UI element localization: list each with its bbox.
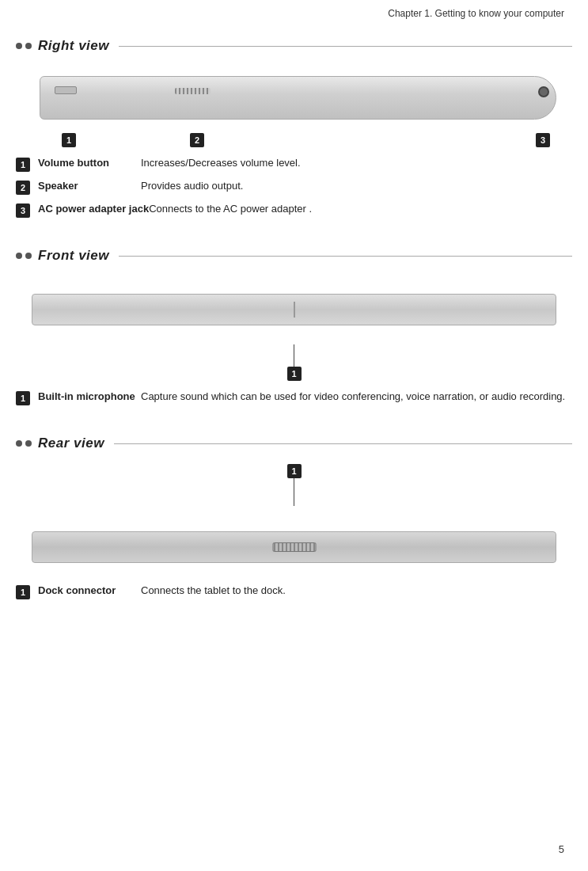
feature-desc-mic: Capture sound which can be used for vide… [141,390,572,402]
feature-desc-speaker: Provides audio output. [141,180,572,192]
callout-1-front: 1 [287,367,302,381]
feature-name-speaker: Speaker [38,180,141,192]
chapter-title: Chapter 1. Getting to know your computer [388,8,564,19]
front-view-diagram: 1 [24,278,564,381]
callout-2-right: 2 [190,133,204,147]
callout-1-rear: 1 [287,464,302,478]
feature-badge-dock: 1 [16,585,30,599]
right-view-feature-list: 1 Volume button Increases/Decreases volu… [16,155,572,219]
ac-jack-visual [538,86,549,97]
section-dots-front [16,253,32,259]
feature-badge-3: 3 [16,203,30,218]
dot3 [16,253,22,259]
callout-line-rear [294,478,294,506]
feature-name-ac: AC power adapter jack [38,203,149,215]
feature-name-mic: Built-in microphone [38,390,141,402]
speaker-grille-visual [175,88,211,94]
rear-view-diagram: 1 [24,464,564,575]
tablet-rear-visual [32,531,556,563]
front-view-feature-list: 1 Built-in microphone Capture sound whic… [16,389,572,407]
feature-row-dock: 1 Dock connector Connects the tablet to … [16,583,572,601]
callout-1-right: 1 [62,133,76,147]
rear-view-feature-list: 1 Dock connector Connects the tablet to … [16,583,572,601]
front-view-section-heading: Front view [16,248,572,264]
section-dots [16,43,32,49]
feature-badge-2: 2 [16,181,30,195]
feature-name-dock: Dock connector [38,584,141,596]
feature-badge-1: 1 [16,158,30,172]
page-number: 5 [559,843,564,855]
section-divider-rear [114,443,572,444]
dot6 [25,440,32,447]
dot1 [16,43,22,49]
dock-connector-visual [272,542,316,552]
feature-badge-mic: 1 [16,391,30,405]
dot2 [25,43,32,49]
feature-row-speaker: 2 Speaker Provides audio output. [16,178,572,196]
feature-name-volume: Volume button [38,157,141,169]
section-divider-front [119,256,572,257]
mic-slot-visual [294,302,295,318]
right-view-title: Right view [38,38,109,54]
feature-row-mic: 1 Built-in microphone Capture sound whic… [16,389,572,407]
right-view-diagram: 1 2 3 [24,68,564,147]
feature-row-volume: 1 Volume button Increases/Decreases volu… [16,155,572,173]
feature-desc-ac: Connects to the AC power adapter . [149,203,572,215]
dot4 [25,253,32,259]
tablet-side-right [40,76,556,120]
section-dots-rear [16,440,32,447]
rear-view-title: Rear view [38,436,104,451]
section-divider [119,46,572,47]
rear-view-section-heading: Rear view [16,436,572,451]
dot5 [16,440,22,447]
feature-row-ac: 3 AC power adapter jack Connects to the … [16,201,572,219]
front-view-title: Front view [38,248,109,264]
chapter-header: Chapter 1. Getting to know your computer [0,0,588,24]
volume-button-visual [55,86,77,94]
feature-desc-volume: Increases/Decreases volume level. [141,157,572,169]
callout-3-right: 3 [536,133,550,147]
tablet-front-visual [32,294,556,325]
right-view-section-heading: Right view [16,38,572,54]
feature-desc-dock: Connects the tablet to the dock. [141,584,572,596]
